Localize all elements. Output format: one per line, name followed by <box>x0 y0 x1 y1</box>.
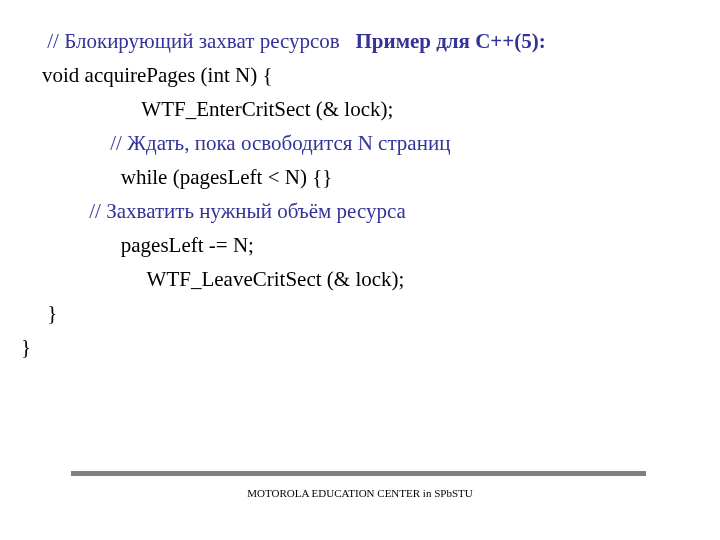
code-line-8: WTF_LeaveCritSect (& lock); <box>0 262 720 296</box>
footer-rule <box>71 471 646 476</box>
code-line-6: // Захватить нужный объём ресурса <box>0 194 720 228</box>
slide: // Блокирующий захват ресурсов Пример дл… <box>0 0 720 540</box>
code-line-1: // Блокирующий захват ресурсов Пример дл… <box>0 24 720 58</box>
example-label: Пример для С++(5): <box>356 29 546 53</box>
code-line-5: while (pagesLeft < N) {} <box>0 160 720 194</box>
footer-text: MOTOROLA EDUCATION CENTER in SPbSTU <box>0 487 720 499</box>
code-line-3: WTF_EnterCritSect (& lock); <box>0 92 720 126</box>
code-line-10: } <box>0 330 720 364</box>
code-line-9: } <box>0 296 720 330</box>
code-line-7: pagesLeft -= N; <box>0 228 720 262</box>
comment-text: // Блокирующий захват ресурсов <box>0 29 356 53</box>
code-line-4: // Ждать, пока освободится N страниц <box>0 126 720 160</box>
code-line-2: void acquirePages (int N) { <box>0 58 720 92</box>
